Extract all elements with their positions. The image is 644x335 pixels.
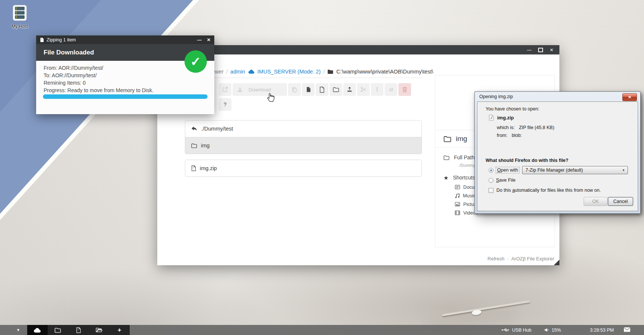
new-folder-button[interactable] xyxy=(329,83,342,96)
to-line: To: AOR://Dummy/test/ xyxy=(44,72,208,79)
taskbar-app-file-manager[interactable] xyxy=(89,325,109,335)
dialog-file-row: img.zip xyxy=(489,115,514,121)
envelope-icon xyxy=(624,327,631,332)
minimize-icon[interactable]: — xyxy=(527,48,531,52)
rename-button[interactable]: I xyxy=(371,83,383,96)
folder-icon xyxy=(327,69,334,74)
remaining-line: Remining Items: 0 xyxy=(44,79,208,87)
open-with-row: Open with xyxy=(489,167,519,173)
ok-button[interactable]: OK xyxy=(584,197,607,206)
close-icon[interactable]: ✕ xyxy=(622,93,637,101)
folder-icon xyxy=(443,155,449,160)
file-row-img-zip[interactable]: img.zip xyxy=(185,160,422,176)
from-line: From: AOR://Dummy/test/ xyxy=(44,64,208,72)
breadcrumb-separator: / xyxy=(226,69,228,75)
cut-button[interactable] xyxy=(357,83,370,96)
help-button[interactable]: ? xyxy=(219,98,231,111)
progress-bar-fill xyxy=(43,94,208,99)
taskbar-app-tray: + xyxy=(27,325,130,335)
paste-button[interactable] xyxy=(302,83,315,96)
which-is-label: which is: xyxy=(497,125,515,130)
open-external-button[interactable] xyxy=(219,83,231,96)
open-with-dropdown[interactable]: 7-Zip File Manager (default) ▼ xyxy=(522,166,628,174)
zip-file-icon xyxy=(191,165,196,171)
star-icon: ★ xyxy=(443,175,448,181)
breadcrumb-path[interactable]: C:\wamp\www\private\AOB\Dummy\test\ xyxy=(336,69,433,75)
taskbar-app-folder[interactable] xyxy=(48,325,68,335)
do-automatically-checkbox[interactable] xyxy=(489,188,493,193)
zip-file-icon xyxy=(76,327,81,333)
save-file-radio[interactable] xyxy=(489,178,493,183)
upload-icon xyxy=(347,87,353,93)
cloud-icon xyxy=(33,327,41,333)
taskbar-app-add[interactable]: + xyxy=(109,325,130,335)
download-icon xyxy=(237,87,243,93)
folder-icon xyxy=(443,136,451,142)
download-button[interactable]: Download xyxy=(233,83,287,96)
maximize-icon[interactable] xyxy=(538,48,543,52)
speaker-icon xyxy=(544,328,549,332)
which-is-line: which is: ZIP file (45.8 KB) xyxy=(497,125,554,130)
file-row-img-selected[interactable]: img xyxy=(185,137,422,154)
file-name: ./Dummy/test xyxy=(201,126,233,132)
upload-button[interactable] xyxy=(343,83,356,96)
success-check-icon: ✓ xyxy=(184,50,207,73)
new-file-icon xyxy=(319,87,325,93)
download-button-label: Download xyxy=(249,87,271,93)
explorer-titlebar: — ✕ xyxy=(157,45,559,54)
dialog-body: You have chosen to open: img.zip which i… xyxy=(477,101,638,211)
full-path-label: Full Path xyxy=(454,154,474,160)
refresh-link[interactable]: Refresh xyxy=(487,256,505,262)
new-file-button[interactable] xyxy=(316,83,328,96)
documents-icon xyxy=(455,185,460,190)
which-is-value: ZIP file (45.8 KB) xyxy=(519,125,554,130)
volume-level: 15% xyxy=(552,328,561,333)
close-icon[interactable]: ✕ xyxy=(207,38,211,42)
swap-button[interactable] xyxy=(385,83,397,96)
open-with-radio[interactable] xyxy=(489,168,493,173)
trash-icon xyxy=(402,87,407,93)
cancel-button[interactable]: Cancel xyxy=(608,197,633,206)
taskbar-app-cloud[interactable] xyxy=(27,325,48,335)
from-line: from: blob: xyxy=(497,133,522,138)
resize-handle[interactable] xyxy=(554,260,559,265)
cloud-icon xyxy=(248,69,255,74)
dialog-question: What should Firefox do with this file? xyxy=(486,158,568,163)
selected-item-name: img xyxy=(456,135,467,143)
explorer-footer: Refresh · ArOZβ File Explorer xyxy=(487,256,554,262)
zip-file-icon xyxy=(489,115,494,121)
swap-arrows-icon xyxy=(388,87,394,92)
do-automatically-label[interactable]: Do this automatically for files like thi… xyxy=(496,188,601,193)
dialog-title: Opening img.zip xyxy=(479,94,513,99)
close-icon[interactable]: ✕ xyxy=(550,48,553,52)
help-button-label: ? xyxy=(224,101,227,107)
paste-icon xyxy=(306,87,311,93)
copy-button[interactable] xyxy=(288,83,301,96)
minimize-icon[interactable]: — xyxy=(197,38,202,42)
taskbar-app-zip[interactable] xyxy=(68,325,89,335)
shortcuts-label: Shortcuts xyxy=(453,175,475,181)
desktop-icon-my-host[interactable]: My Host xyxy=(7,5,33,29)
ibeam-icon: I xyxy=(376,86,378,93)
save-file-label[interactable]: Save File xyxy=(496,178,515,183)
breadcrumb-server[interactable]: IMUS_SERVER (Mode: 2) xyxy=(258,69,321,75)
delete-button[interactable] xyxy=(398,83,411,96)
taskbar-clock[interactable]: 3:28:53 PM xyxy=(590,328,614,333)
do-automatically-row: Do this automatically for files like thi… xyxy=(489,188,601,193)
volume-status[interactable]: 15% xyxy=(544,328,561,333)
breadcrumb-separator: / xyxy=(323,69,325,75)
taskbar-status-area: USB Hub 15% 3:28:53 PM xyxy=(501,327,644,333)
app-name: ArOZβ File Explorer xyxy=(511,256,554,262)
taskbar-expand-caret[interactable]: ▼ xyxy=(16,328,20,332)
dialog-intro: You have chosen to open: xyxy=(486,106,539,112)
open-with-label[interactable]: Open with xyxy=(496,167,519,173)
file-row-parent-dir[interactable]: ./Dummy/test xyxy=(185,120,422,137)
breadcrumb-user[interactable]: admin xyxy=(230,69,245,75)
dialog-file-name: img.zip xyxy=(497,115,514,120)
usb-status[interactable]: USB Hub xyxy=(501,328,531,333)
folder-icon xyxy=(191,143,197,148)
explorer-toolbar: Download xyxy=(219,83,422,96)
file-list-card: img.zip xyxy=(185,160,422,177)
mail-status[interactable] xyxy=(624,327,631,333)
file-name: img xyxy=(201,143,209,148)
